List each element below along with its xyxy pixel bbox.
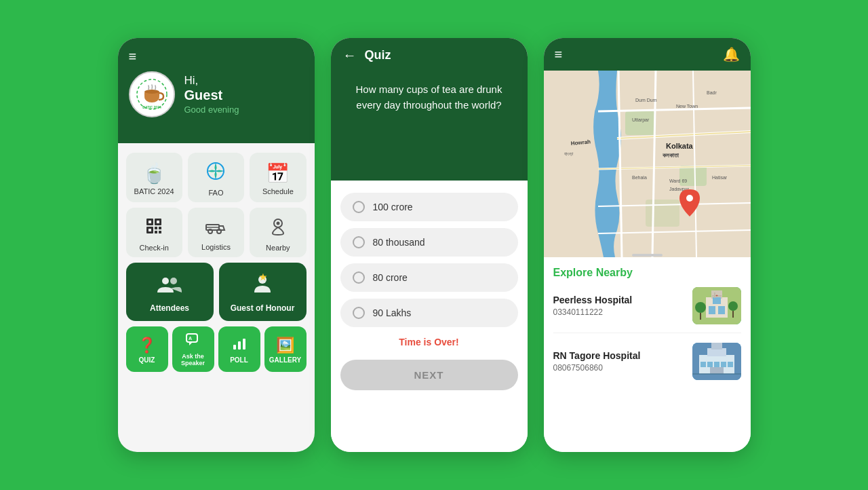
- svg-rect-81: [707, 362, 713, 367]
- svg-text:Dum Dum: Dum Dum: [635, 98, 657, 102]
- radio-2: [353, 236, 365, 248]
- attendees-label: Attendees: [150, 303, 189, 313]
- schedule-button[interactable]: 📅 Schedule: [250, 153, 306, 202]
- gallery-label: GALLERY: [269, 356, 301, 364]
- map-svg: Howrah হাওড়া Kolkata কলকাতা New Town Du…: [544, 71, 751, 257]
- svg-text:A: A: [189, 336, 192, 341]
- svg-rect-62: [632, 254, 663, 257]
- option-3[interactable]: 80 crore: [340, 263, 518, 292]
- svg-text:কলকাতা: কলকাতা: [663, 152, 679, 159]
- greeting-hi: Hi,: [184, 74, 239, 88]
- radio-3: [353, 271, 365, 284]
- menu-grid-top: 🍵 BATIC 2024 FAO 📅 Schedule: [126, 153, 307, 202]
- svg-point-61: [686, 195, 693, 202]
- svg-point-74: [728, 301, 738, 311]
- poll-icon: [232, 337, 247, 354]
- rn-tagore-hospital-image: [692, 343, 741, 380]
- next-button[interactable]: NEXT: [340, 360, 518, 390]
- schedule-label: Schedule: [262, 187, 294, 195]
- hospital-card-peerless: Peerless Hospital 03340111222 +: [553, 287, 741, 333]
- quiz-label: QUIZ: [139, 356, 155, 364]
- profile-section: BATIC 2024 Hi, Guest Good evening: [129, 71, 304, 117]
- poll-button[interactable]: POLL: [218, 326, 260, 372]
- peerless-phone: 03340111222: [553, 307, 684, 317]
- option-1[interactable]: 100 crore: [340, 193, 518, 221]
- svg-rect-66: [709, 306, 715, 314]
- rn-tagore-info: RN Tagore Hospital 08067506860: [553, 350, 684, 373]
- svg-rect-32: [238, 341, 241, 350]
- poll-label: POLL: [230, 356, 248, 364]
- quiz-icon: ❓: [138, 337, 156, 354]
- nearby-menu-icon[interactable]: ≡: [555, 47, 563, 62]
- svg-text:হাওড়া: হাওড়া: [564, 151, 574, 156]
- phone-nearby: ≡ 🔔: [544, 38, 751, 452]
- fao-button[interactable]: FAO: [188, 153, 244, 202]
- svg-rect-75: [732, 311, 734, 318]
- guest-honour-button[interactable]: Guest of Honour: [219, 263, 307, 321]
- attendees-button[interactable]: Attendees: [126, 263, 214, 321]
- big-button-grid: Attendees Guest of Honour: [126, 263, 307, 321]
- option-4-text: 90 Lakhs: [373, 307, 412, 318]
- svg-rect-13: [159, 227, 161, 229]
- svg-text:Behala: Behala: [632, 175, 647, 180]
- fao-icon: [205, 161, 226, 186]
- option-2[interactable]: 80 thousand: [340, 228, 518, 257]
- fao-label: FAO: [208, 189, 223, 197]
- svg-rect-80: [701, 362, 706, 367]
- ask-speaker-button[interactable]: A Ask the Speaker: [172, 326, 214, 372]
- svg-rect-73: [700, 313, 701, 320]
- greeting-sub: Good evening: [184, 105, 239, 115]
- checkin-label: Check-in: [139, 244, 168, 252]
- logistics-icon: [205, 216, 226, 240]
- nearby-body: Explore Nearby Peerless Hospital 0334011…: [544, 257, 751, 452]
- quiz-title: Quiz: [365, 48, 391, 62]
- screens-container: ≡: [118, 38, 751, 452]
- batic-icon: 🍵: [142, 162, 166, 185]
- svg-text:Hatisar: Hatisar: [712, 175, 728, 180]
- svg-text:Ward 69: Ward 69: [669, 178, 687, 183]
- svg-text:+: +: [715, 293, 718, 297]
- peerless-name: Peerless Hospital: [553, 295, 684, 305]
- svg-rect-79: [711, 343, 722, 350]
- nearby-icon: [269, 216, 288, 241]
- svg-text:Uttarpar: Uttarpar: [632, 117, 650, 123]
- logistics-button[interactable]: Logistics: [188, 208, 244, 257]
- svg-text:BATIC 2024: BATIC 2024: [142, 105, 161, 109]
- batic-button[interactable]: 🍵 BATIC 2024: [126, 153, 182, 202]
- phone-home: ≡: [118, 38, 315, 452]
- quiz-body: 100 crore 80 thousand 80 crore 90 Lakhs …: [331, 181, 528, 452]
- svg-text:New Town: New Town: [676, 104, 698, 109]
- greeting-name: Guest: [184, 88, 239, 103]
- peerless-image: +: [692, 287, 741, 324]
- svg-rect-12: [155, 227, 157, 229]
- map-view: Howrah হাওড়া Kolkata কলকাতা New Town Du…: [544, 71, 751, 257]
- svg-point-72: [695, 302, 706, 313]
- svg-rect-18: [149, 229, 151, 231]
- menu-icon[interactable]: ≡: [129, 49, 304, 64]
- svg-rect-83: [721, 362, 726, 367]
- nearby-button[interactable]: Nearby: [250, 208, 306, 257]
- option-1-text: 100 crore: [373, 202, 413, 212]
- option-4[interactable]: 90 Lakhs: [340, 299, 518, 327]
- hospital-card-rn-tagore: RN Tagore Hospital 08067506860: [553, 343, 741, 388]
- svg-point-25: [162, 278, 169, 284]
- rn-tagore-image: [692, 343, 741, 380]
- svg-point-4: [144, 90, 159, 94]
- svg-rect-14: [155, 231, 157, 233]
- back-button[interactable]: ←: [343, 48, 357, 63]
- quiz-header: ← Quiz How many cups of tea are drunk ev…: [331, 38, 528, 181]
- rn-tagore-phone: 08067506860: [553, 363, 684, 373]
- time-over-text: Time is Over!: [340, 337, 518, 347]
- svg-rect-67: [718, 306, 725, 314]
- rn-tagore-name: RN Tagore Hospital: [553, 350, 684, 361]
- svg-rect-31: [233, 345, 236, 350]
- svg-rect-82: [714, 362, 719, 367]
- notification-icon[interactable]: 🔔: [723, 46, 740, 62]
- ask-speaker-icon: A: [186, 333, 201, 351]
- quiz-button[interactable]: ❓ QUIZ: [126, 326, 168, 372]
- checkin-button[interactable]: Check-in: [126, 208, 182, 257]
- svg-rect-33: [243, 339, 245, 350]
- peerless-hospital-image: +: [692, 287, 741, 324]
- ask-label: Ask the Speaker: [174, 353, 213, 366]
- gallery-button[interactable]: 🖼️ GALLERY: [264, 326, 307, 372]
